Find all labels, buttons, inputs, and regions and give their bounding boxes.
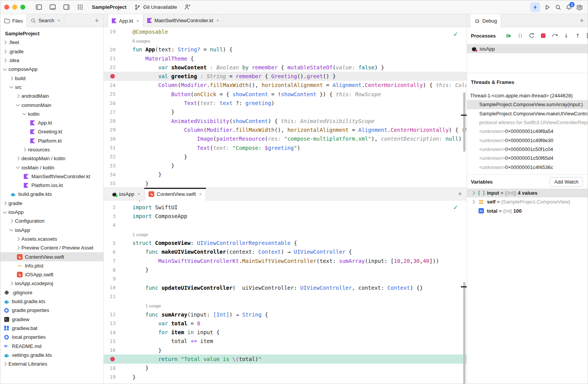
swift-editor-scrollbar[interactable] <box>463 282 466 384</box>
code-line[interactable]: 12 func sumArray(input: [Int]) → String … <box>104 310 467 319</box>
tree-item[interactable]: ↘iOSApp.swift <box>0 270 103 279</box>
more-debug-icon[interactable] <box>586 33 588 39</box>
chevron-right-icon[interactable] <box>16 94 20 98</box>
stack-frame-row[interactable]: <unknown> 0×00000001c50f65d4 <box>467 154 588 162</box>
gutter[interactable]: 19 <box>104 29 121 34</box>
gutter[interactable]: 15 <box>104 338 121 344</box>
run-debug-active-icon[interactable] <box>530 2 540 12</box>
window-minimize-button[interactable] <box>12 5 17 10</box>
chevron-down-icon[interactable] <box>3 67 7 71</box>
gutter[interactable]: 9 <box>104 276 121 282</box>
step-into-icon[interactable]: ↓ <box>563 33 569 39</box>
git-status-label[interactable]: Git Unavailable <box>143 4 177 10</box>
chevron-down-icon[interactable] <box>10 85 13 89</box>
chevron-down-icon[interactable] <box>16 103 20 107</box>
tab-search[interactable]: Search × <box>27 14 64 27</box>
chevron-right-icon[interactable] <box>3 59 7 62</box>
tree-item[interactable]: iosApp <box>0 208 103 217</box>
tree-item[interactable]: kotlin <box>0 110 103 118</box>
code-line[interactable]: 32 } <box>104 152 467 161</box>
chevron-down-icon[interactable] <box>23 112 26 115</box>
gutter[interactable]: 8 <box>104 267 121 273</box>
tree-item[interactable]: build.gradle.kts <box>0 190 103 199</box>
tree-item[interactable]: composeApp <box>0 65 103 74</box>
chevron-right-icon[interactable] <box>10 76 13 80</box>
gutter[interactable]: 16 <box>104 347 121 353</box>
gutter[interactable]: 35 <box>104 181 121 186</box>
close-search-tab-icon[interactable]: × <box>57 18 60 23</box>
chevron-down-icon[interactable] <box>3 210 7 213</box>
tree-item[interactable]: App.kt <box>0 118 103 127</box>
gutter[interactable]: 5 <box>104 240 121 246</box>
stack-frame-row[interactable]: <unknown> 0×00000001c49f8a54 <box>467 127 588 136</box>
code-line[interactable]: 26 Text(text: text ?: greeting) <box>104 98 467 107</box>
stack-frame-row[interactable]: <unknown> 0×00000001c4f4536c <box>467 162 588 171</box>
pause-icon[interactable] <box>517 33 523 39</box>
tree-item[interactable]: local.properties <box>0 333 103 341</box>
tree-item[interactable]: gradle.properties <box>0 306 103 315</box>
add-watch-button[interactable]: Add Watch <box>550 177 583 187</box>
close-iosapp-tab-icon[interactable]: × <box>137 191 140 197</box>
breakpoint-dot[interactable] <box>110 357 115 361</box>
gutter[interactable]: 21 <box>104 56 121 61</box>
code-line[interactable]: 7 MainSwiftViewControllerKt.MainSwiftVie… <box>104 256 467 265</box>
gutter[interactable]: 11 <box>104 294 121 299</box>
code-line[interactable]: 14 for item in input { <box>104 328 467 336</box>
tree-item[interactable]: Greeting.kt <box>0 127 103 136</box>
tree-item[interactable]: settings.gradle.kts <box>0 351 103 359</box>
tree-item[interactable]: External Libraries <box>0 359 103 368</box>
code-line[interactable]: 35 } <box>104 179 467 187</box>
tree-item[interactable]: Preview Content / Preview Asset <box>0 243 103 252</box>
gutter[interactable]: 19 <box>104 374 121 380</box>
stack-frame-row[interactable]: <unknown> 0×00000001c49f8e30 <box>467 136 588 144</box>
gutter[interactable]: 18 <box>104 365 121 371</box>
gutter[interactable]: 2 <box>104 204 121 210</box>
window-zoom-button[interactable] <box>20 5 25 10</box>
code-line[interactable]: 31 Text(text: "Compose: $greeting") <box>104 143 467 152</box>
code-line[interactable]: 5struct ComposeView: UIViewControllerRep… <box>104 238 467 247</box>
gutter[interactable]: 29 <box>104 127 121 133</box>
code-line[interactable]: 24 Column(Modifier.fillMaxWidth(), horiz… <box>104 81 467 90</box>
toggle-bottom-panel-icon[interactable] <box>49 4 56 11</box>
stack-frame-row[interactable]: protocol witness for SwiftUI.UIViewContr… <box>467 118 588 127</box>
code-line[interactable]: 29 Column(Modifier.fillMaxWidth(), horiz… <box>104 125 467 134</box>
gutter[interactable]: 27 <box>104 109 121 115</box>
usage-count-label[interactable]: 6 usages <box>132 39 150 43</box>
code-line[interactable]: 34 } <box>104 170 467 179</box>
chevron-down-icon[interactable] <box>10 228 13 231</box>
tab-files[interactable]: Files <box>0 14 27 27</box>
settings-gear-icon[interactable] <box>576 4 583 11</box>
tree-item[interactable]: .idea <box>0 56 103 65</box>
gutter[interactable]: 20 <box>104 47 121 53</box>
chevron-right-icon[interactable] <box>16 246 20 250</box>
tree-item[interactable]: .gitignore <box>0 288 103 297</box>
toggle-left-panel-icon[interactable] <box>35 4 42 11</box>
chevron-right-icon[interactable] <box>3 41 7 44</box>
usage-count-label[interactable]: 1 usage <box>145 304 161 308</box>
tab-iosapp-run[interactable]: iosApp × <box>108 188 144 200</box>
tree-item[interactable]: desktopMain / kotlin <box>0 154 103 163</box>
toggle-right-panel-icon[interactable] <box>63 4 70 11</box>
code-line[interactable]: val greeting : String = remember { Greet… <box>104 72 467 80</box>
gutter[interactable]: 6 <box>104 249 121 255</box>
stack-frame-row[interactable]: <unknown> 0×00000001c50f1c04 <box>467 145 588 154</box>
code-line[interactable]: 15 total += item <box>104 337 467 346</box>
chevron-right-icon[interactable] <box>16 237 20 241</box>
process-row-iosapp[interactable]: iosApp <box>467 44 588 53</box>
project-title[interactable]: SampleProject <box>92 4 126 10</box>
breakpoint-dot[interactable] <box>110 74 115 79</box>
chevron-right-icon[interactable] <box>3 362 7 366</box>
gutter[interactable]: 10 <box>104 285 121 290</box>
tab-contentview-swift[interactable]: ↘ ContentView.swift × <box>144 188 206 200</box>
stop-icon[interactable] <box>540 33 546 39</box>
code-line[interactable]: 2import SwiftUI <box>104 203 467 212</box>
step-out-icon[interactable]: ↑ <box>575 33 581 39</box>
code-line[interactable]: 30 Image(painterResource(res: "compose-m… <box>104 135 467 143</box>
usage-count-label[interactable]: 1 usage <box>132 232 148 237</box>
tab-debug[interactable]: Debug <box>470 14 501 27</box>
tree-item[interactable]: gradlew.bat <box>0 324 103 333</box>
tree-item[interactable]: src <box>0 83 103 92</box>
gutter[interactable]: 4 <box>104 222 121 228</box>
usage-hint-row[interactable]: 1 usage <box>104 230 467 238</box>
notifications-bell-icon[interactable]: 1 <box>565 4 572 11</box>
